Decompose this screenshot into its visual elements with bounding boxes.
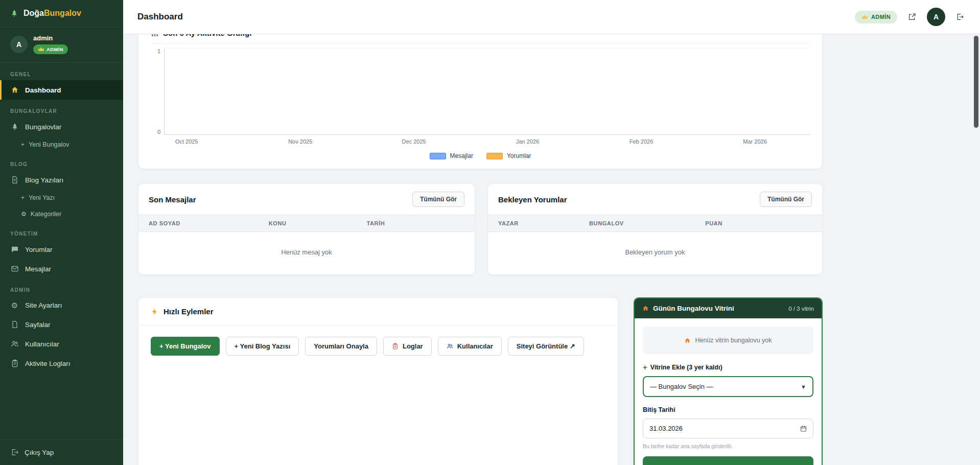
chevron-down-icon: ▼ — [801, 384, 806, 390]
house-icon — [684, 337, 691, 344]
column-header: BUNGALOV — [589, 220, 705, 226]
house-icon — [642, 305, 649, 312]
chat-icon — [10, 245, 19, 253]
users-icon — [447, 343, 453, 350]
gear-icon: ⚙ — [10, 301, 19, 309]
users-icon — [10, 340, 19, 348]
sidebar-nav: GENEL Dashboard BUNGALOVLAR Bungalovlar … — [0, 63, 123, 439]
bungalov-select[interactable]: — Bungalov Seçin — ▼ — [643, 376, 813, 397]
sidebar-item-label: Yeni Yazı — [29, 194, 55, 201]
chart-plot-area: 1 0 — [151, 48, 810, 135]
section-label-bungalovlar: BUNGALOVLAR — [0, 100, 123, 117]
end-date-label: Bitiş Tarihi — [643, 406, 813, 413]
showcase-title: Günün Bungalovu Vitrini — [653, 305, 734, 312]
end-date-helper: Bu tarihe kadar ana sayfada gösterilir. — [643, 443, 813, 449]
avatar: A — [10, 36, 28, 53]
logout-icon[interactable] — [954, 11, 966, 22]
column-header: YAZAR — [498, 220, 589, 226]
sidebar-item-label: Sayfalar — [25, 321, 51, 329]
section-label-blog: BLOG — [0, 153, 123, 170]
showcase-header: Günün Bungalovu Vitrini 0 / 3 vitrin — [635, 298, 822, 318]
comments-view-all-button[interactable]: Tümünü Gör — [760, 192, 812, 207]
sidebar-item-label: Dashboard — [25, 86, 61, 94]
sidebar-item-label: Blog Yazıları — [25, 176, 63, 184]
pending-comments-card: Bekleyen Yorumlar Tümünü Gör YAZAR BUNGA… — [487, 183, 823, 275]
tree-icon — [10, 123, 19, 131]
clipboard-icon — [10, 359, 19, 367]
x-tick: Nov 2025 — [288, 138, 312, 145]
logs-button[interactable]: Loglar — [383, 337, 432, 356]
section-label-yonetim: YÖNETİM — [0, 222, 123, 240]
sidebar-item-site-ayarlari[interactable]: ⚙ Site Ayarları — [0, 296, 123, 315]
plus-icon: + — [21, 142, 25, 148]
showcase-submit-button[interactable] — [643, 456, 813, 465]
chart-x-axis: Oct 2025 Nov 2025 Dec 2025 Jan 2026 Feb … — [164, 135, 810, 146]
sidebar-item-aktivite-loglari[interactable]: Aktivite Logları — [0, 354, 123, 373]
topbar: Dashboard ADMİN A — [123, 0, 980, 34]
crown-icon — [38, 46, 44, 53]
plus-icon: + — [21, 195, 25, 201]
approve-comments-button[interactable]: Yorumları Onayla — [305, 337, 377, 356]
sidebar-item-yeni-bungalov[interactable]: + Yeni Bungalov — [0, 136, 123, 153]
end-date-input[interactable]: 31.03.2026 — [643, 418, 813, 438]
external-link-icon[interactable] — [906, 11, 918, 22]
x-tick: Dec 2025 — [402, 138, 426, 145]
legend-swatch-orange — [486, 153, 503, 159]
main-content: Son 6 Ay Aktivite Grafiği 1 0 Oct 2025 N… — [123, 34, 980, 465]
sidebar-item-yeni-yazi[interactable]: + Yeni Yazı — [0, 190, 123, 206]
scrollbar-thumb[interactable] — [974, 36, 978, 128]
x-tick: Mar 2026 — [743, 138, 766, 145]
logout-label: Çıkış Yap — [25, 449, 54, 456]
section-label-admin: ADMIN — [0, 278, 123, 296]
sidebar-item-label: Kullanıcılar — [25, 340, 59, 348]
sidebar-item-label: Aktivite Logları — [25, 360, 71, 367]
sidebar-item-label: Yeni Bungalov — [29, 141, 69, 148]
messages-table-header: AD SOYAD KONU TARİH — [138, 215, 475, 232]
section-label-genel: GENEL — [0, 63, 123, 80]
bar-chart-icon — [151, 34, 159, 37]
sidebar-item-kategoriler[interactable]: ⚙ Kategoriler — [0, 206, 123, 222]
sidebar-item-label: Site Ayarları — [25, 301, 62, 309]
sidebar-item-label: Mesajlar — [25, 265, 51, 273]
column-header: KONU — [269, 220, 367, 226]
showcase-add-label: + Vitrine Ekle (3 yer kaldı) — [643, 363, 813, 371]
view-site-button[interactable]: Siteyi Görüntüle ↗ — [508, 337, 584, 356]
lightning-icon — [151, 308, 159, 316]
chart-y-axis: 1 0 — [151, 48, 164, 135]
sidebar-item-mesajlar[interactable]: Mesajlar — [0, 259, 123, 278]
showcase-empty-state: Henüz vitrin bungalovu yok — [643, 327, 813, 354]
users-button[interactable]: Kullanıcılar — [438, 337, 502, 356]
showcase-counter: 0 / 3 vitrin — [788, 306, 814, 312]
avatar[interactable]: A — [927, 8, 945, 26]
legend-item-mesajlar[interactable]: Mesajlar — [430, 152, 473, 159]
brand-name: DoğaBungalov — [24, 9, 81, 18]
messages-empty-state: Henüz mesaj yok — [138, 232, 475, 274]
messages-view-all-button[interactable]: Tümünü Gör — [412, 192, 464, 207]
sidebar-item-yorumlar[interactable]: Yorumlar — [0, 240, 123, 259]
sidebar-item-blog-yazilari[interactable]: Blog Yazıları — [0, 170, 123, 190]
legend-item-yorumlar[interactable]: Yorumlar — [486, 152, 531, 159]
sidebar-item-dashboard[interactable]: Dashboard — [0, 80, 123, 100]
sidebar-item-bungalovlar[interactable]: Bungalovlar — [0, 117, 123, 136]
tree-logo-icon — [10, 9, 18, 17]
home-icon — [10, 86, 19, 94]
x-tick: Feb 2026 — [629, 138, 653, 145]
comments-card-title: Bekleyen Yorumlar — [498, 195, 567, 204]
comments-table-header: YAZAR BUNGALOV PUAN — [488, 215, 822, 232]
column-header: AD SOYAD — [149, 220, 269, 226]
new-bungalov-button[interactable]: + Yeni Bungalov — [151, 337, 220, 356]
brand[interactable]: DoğaBungalov — [0, 0, 123, 27]
new-blog-post-button[interactable]: + Yeni Blog Yazısı — [226, 337, 299, 356]
x-tick: Oct 2025 — [175, 138, 198, 145]
sidebar-logout[interactable]: Çıkış Yap — [0, 439, 123, 465]
quick-actions-card: Hızlı Eylemler + Yeni Bungalov + Yeni Bl… — [138, 297, 618, 465]
sidebar-item-sayfalar[interactable]: Sayfalar — [0, 315, 123, 334]
sidebar-user-block: A admin ADMİN — [0, 27, 123, 63]
comments-empty-state: Bekleyen yorum yok — [488, 232, 822, 274]
quick-actions-title: Hızlı Eylemler — [164, 307, 214, 316]
recent-messages-card: Son Mesajlar Tümünü Gör AD SOYAD KONU TA… — [138, 183, 475, 275]
sidebar: DoğaBungalov A admin ADMİN GENEL Dashboa… — [0, 0, 123, 465]
activity-chart-card: Son 6 Ay Aktivite Grafiği 1 0 Oct 2025 N… — [138, 34, 823, 169]
calendar-icon[interactable] — [800, 425, 807, 432]
sidebar-item-kullanicilar[interactable]: Kullanıcılar — [0, 334, 123, 354]
